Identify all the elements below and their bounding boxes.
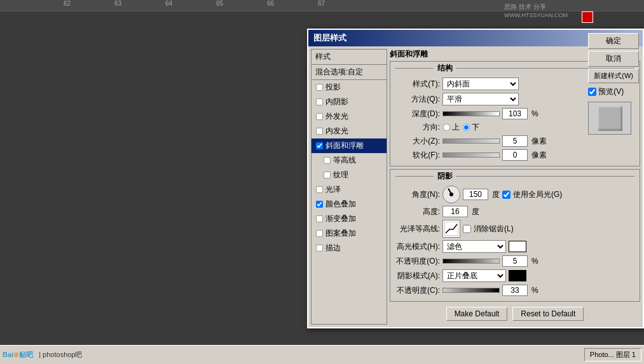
- color-overlay-checkbox[interactable]: [316, 201, 323, 208]
- direction-down-radio[interactable]: [463, 124, 470, 131]
- panel-item-inner-glow[interactable]: 内发光: [312, 124, 387, 138]
- soften-row: 软化(F): 像素: [395, 149, 634, 161]
- panel-item-pattern-overlay[interactable]: 图案叠加: [312, 226, 387, 241]
- altitude-unit: 度: [472, 206, 479, 217]
- soften-slider[interactable]: [442, 152, 500, 158]
- taskbar-photoshop[interactable]: Photo... 图层 1: [584, 348, 641, 361]
- outer-glow-checkbox[interactable]: [316, 113, 323, 120]
- preview-inner: [597, 105, 622, 131]
- reset-to-default-button[interactable]: Reset to Default: [512, 307, 584, 321]
- panel-item-inner-shadow[interactable]: 内阴影: [312, 95, 387, 109]
- panel-item-outer-glow[interactable]: 外发光: [312, 109, 387, 124]
- cancel-button[interactable]: 取消: [588, 51, 639, 67]
- panel-item-contour[interactable]: 等高线: [312, 153, 387, 168]
- new-style-button[interactable]: 新建样式(W): [588, 69, 639, 83]
- shadow-opacity-input[interactable]: [502, 285, 528, 296]
- pattern-overlay-checkbox[interactable]: [316, 230, 323, 237]
- direction-up-label[interactable]: 上: [442, 122, 460, 133]
- panel-header-style[interactable]: 样式: [312, 50, 387, 65]
- highlight-opacity-label: 不透明度(O):: [395, 256, 440, 267]
- shadow-mode-select[interactable]: 正片叠底: [442, 269, 506, 282]
- preview-checkbox[interactable]: [588, 88, 596, 96]
- panel-item-satin[interactable]: 光泽: [312, 182, 387, 197]
- global-light-checkbox[interactable]: [502, 191, 510, 199]
- highlight-color-swatch[interactable]: [509, 241, 526, 252]
- soften-input[interactable]: [502, 149, 528, 161]
- panel-item-bevel-emboss[interactable]: 斜面和浮雕: [312, 138, 387, 153]
- satin-checkbox[interactable]: [316, 186, 323, 193]
- make-default-button[interactable]: Make Default: [446, 307, 508, 321]
- inner-shadow-checkbox[interactable]: [316, 98, 323, 105]
- direction-down-label[interactable]: 下: [462, 122, 479, 133]
- left-panel: 样式 混合选项:自定 投影 内阴影 外发光 内发光 斜面和浮雕: [311, 49, 387, 325]
- shadow-opacity-row: 不透明度(C): %: [395, 285, 634, 296]
- anti-alias-checkbox[interactable]: [463, 225, 471, 233]
- depth-slider[interactable]: [442, 111, 500, 116]
- angle-dial-dot: [449, 192, 453, 196]
- shadow-mode-row: 阴影模式(A): 正片叠底: [395, 269, 634, 282]
- size-input[interactable]: [502, 135, 528, 147]
- altitude-label: 高度:: [395, 206, 440, 217]
- highlight-mode-label: 高光模式(H):: [395, 241, 440, 252]
- depth-unit: %: [531, 109, 538, 118]
- shadow-section: 阴影 角度(N): 度 使用全局光(G): [390, 169, 640, 302]
- highlight-opacity-input[interactable]: [502, 255, 528, 267]
- altitude-input[interactable]: [442, 206, 468, 217]
- size-unit: 像素: [531, 136, 547, 147]
- panel-item-drop-shadow[interactable]: 投影: [312, 80, 387, 95]
- preview-label: 预览(V): [598, 86, 624, 97]
- highlight-opacity-row: 不透明度(O): %: [395, 255, 634, 267]
- angle-label: 角度(N):: [395, 189, 440, 200]
- preview-box: [588, 102, 631, 135]
- shadow-opacity-slider[interactable]: [442, 288, 500, 293]
- angle-input[interactable]: [463, 189, 488, 200]
- style-label: 样式(T):: [395, 79, 440, 90]
- anti-alias-label: 消除锯齿(L): [474, 224, 514, 234]
- svg-rect-0: [444, 222, 458, 236]
- soften-label: 软化(F):: [395, 150, 440, 161]
- inner-glow-checkbox[interactable]: [316, 128, 323, 135]
- style-select[interactable]: 内斜面: [442, 78, 519, 90]
- preview-row: 预览(V): [588, 86, 639, 97]
- soften-unit: 像素: [531, 150, 547, 161]
- panel-item-stroke[interactable]: 描边: [312, 241, 387, 255]
- gradient-overlay-checkbox[interactable]: [316, 215, 323, 222]
- shadow-mode-label: 阴影模式(A):: [395, 271, 440, 281]
- highlight-opacity-slider[interactable]: [442, 259, 500, 264]
- size-slider[interactable]: [442, 138, 500, 144]
- highlight-mode-row: 高光模式(H): 滤色: [395, 240, 634, 253]
- angle-dial[interactable]: [442, 185, 460, 203]
- taskbar: Bai⊕贴吧 | photoshop吧 Photo... 图层 1: [0, 345, 644, 364]
- panel-item-texture[interactable]: 纹理: [312, 168, 387, 182]
- panel-header-blend[interactable]: 混合选项:自定: [312, 65, 387, 80]
- highlight-opacity-unit: %: [531, 257, 538, 266]
- panel-item-color-overlay[interactable]: 颜色叠加: [312, 197, 387, 212]
- shadow-section-title: 阴影: [390, 170, 640, 183]
- depth-input[interactable]: [502, 108, 528, 119]
- size-label: 大小(Z):: [395, 136, 440, 147]
- gloss-contour-preview[interactable]: [442, 220, 460, 238]
- direction-up-radio[interactable]: [443, 124, 451, 131]
- gloss-contour-row: 光泽等高线: 消除锯齿(L): [395, 220, 634, 238]
- direction-label: 方向:: [395, 122, 440, 133]
- bottom-buttons: Make Default Reset to Default: [390, 304, 640, 325]
- method-select[interactable]: 平滑: [442, 93, 519, 105]
- angle-unit: 度: [492, 189, 500, 200]
- ok-button[interactable]: 确定: [588, 33, 639, 49]
- angle-row: 角度(N): 度 使用全局光(G): [395, 185, 634, 203]
- color-indicator[interactable]: [582, 11, 593, 23]
- highlight-mode-select[interactable]: 滤色: [442, 240, 506, 253]
- dialog-title: 图层样式: [313, 32, 346, 44]
- stroke-checkbox[interactable]: [316, 245, 323, 252]
- action-buttons-panel: 确定 取消 新建样式(W) 预览(V): [586, 30, 641, 137]
- shadow-color-swatch[interactable]: [509, 270, 526, 281]
- gloss-label: 光泽等高线:: [395, 224, 440, 234]
- watermark: 思路 技术 分享WWW.HTSSYUAN.COM: [504, 3, 568, 18]
- drop-shadow-checkbox[interactable]: [316, 84, 323, 91]
- altitude-row: 高度: 度: [395, 206, 634, 217]
- panel-item-gradient-overlay[interactable]: 渐变叠加: [312, 212, 387, 226]
- bevel-emboss-checkbox[interactable]: [316, 142, 323, 149]
- contour-checkbox[interactable]: [324, 157, 331, 164]
- texture-checkbox[interactable]: [324, 172, 331, 179]
- shadow-opacity-label: 不透明度(C):: [395, 285, 440, 296]
